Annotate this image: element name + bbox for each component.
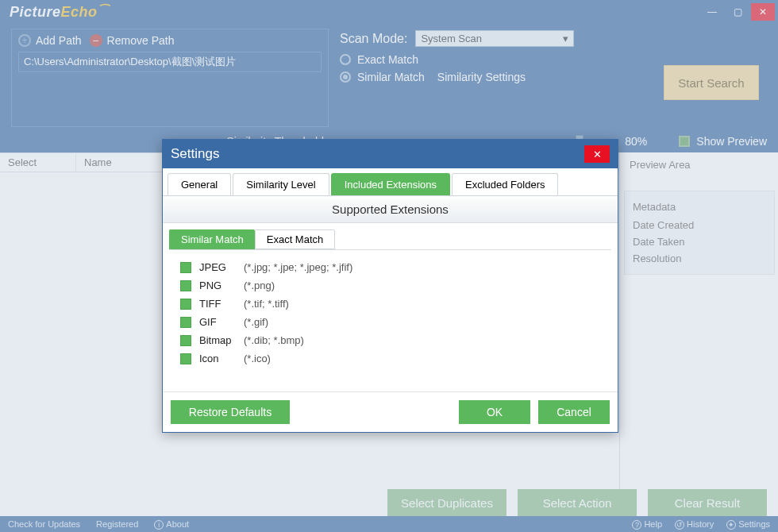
checkbox-icon xyxy=(180,317,191,328)
dialog-titlebar: Settings ✕ xyxy=(163,140,618,168)
wrench-icon: ✦ xyxy=(726,520,736,530)
checkbox-icon xyxy=(679,136,690,147)
add-path-label: Add Path xyxy=(36,34,82,47)
radio-icon xyxy=(340,54,351,65)
remove-path-button[interactable]: – Remove Path xyxy=(90,34,175,47)
meta-date-taken: Date Taken xyxy=(633,236,766,248)
exact-match-label: Exact Match xyxy=(357,53,418,66)
paths-box: + Add Path – Remove Path C:\Users\Admini… xyxy=(11,29,329,127)
tab-general[interactable]: General xyxy=(168,173,231,195)
maximize-button[interactable]: ▢ xyxy=(726,3,749,21)
extension-list: JPEG(*.jpg; *.jpe; *.jpeg; *.jfif) PNG(*… xyxy=(169,249,611,391)
logo-text-2: Echo xyxy=(61,4,98,20)
tab-included-extensions[interactable]: Included Extensions xyxy=(331,173,450,195)
path-input[interactable]: C:\Users\Administrator\Desktop\截图\测试图片 xyxy=(18,52,322,72)
window-close-button[interactable]: ✕ xyxy=(751,3,775,21)
threshold-value: 80% xyxy=(625,135,657,148)
scan-mode-label: Scan Mode: xyxy=(340,32,407,46)
remove-path-label: Remove Path xyxy=(107,34,175,47)
dialog-title: Settings xyxy=(171,146,219,162)
bottom-actions: Select Duplicates Select Action Clear Re… xyxy=(387,489,767,516)
dialog-footer: Restore Defaults OK Cancel xyxy=(163,391,618,432)
dialog-tabs: General Similarity Level Included Extens… xyxy=(163,168,618,196)
ext-jpeg[interactable]: JPEG(*.jpg; *.jpe; *.jpeg; *.jfif) xyxy=(180,258,600,276)
select-action-button[interactable]: Select Action xyxy=(518,489,637,516)
plus-icon: + xyxy=(18,34,31,47)
clock-icon: ↺ xyxy=(675,520,684,530)
subtab-exact-match[interactable]: Exact Match xyxy=(255,229,336,249)
chevron-down-icon: ▾ xyxy=(563,33,568,44)
minimize-button[interactable]: — xyxy=(700,3,724,21)
radio-selected-icon xyxy=(340,71,351,83)
clear-result-button[interactable]: Clear Result xyxy=(648,489,767,516)
subtab-similar-match[interactable]: Similar Match xyxy=(169,229,255,249)
metadata-title: Metadata xyxy=(633,201,766,213)
help-icon: ? xyxy=(632,520,641,530)
cancel-button[interactable]: Cancel xyxy=(538,400,610,424)
tab-excluded-folders[interactable]: Excluded Folders xyxy=(452,173,558,195)
logo-text-1: Picture xyxy=(10,4,61,20)
settings-dialog: Settings ✕ General Similarity Level Incl… xyxy=(162,139,618,433)
add-path-button[interactable]: + Add Path xyxy=(18,34,82,47)
subtabs: Similar Match Exact Match xyxy=(163,223,618,249)
ext-tiff[interactable]: TIFF(*.tif; *.tiff) xyxy=(180,295,600,313)
start-search-button[interactable]: Start Search xyxy=(664,65,759,100)
checkbox-icon xyxy=(180,299,191,310)
tab-similarity-level[interactable]: Similarity Level xyxy=(233,173,329,195)
meta-date-created: Date Created xyxy=(633,219,766,231)
restore-defaults-button[interactable]: Restore Defaults xyxy=(171,400,290,424)
about-link[interactable]: iAbout xyxy=(154,519,189,530)
status-bar: Check for Updates Registered iAbout ?Hel… xyxy=(0,516,778,532)
ext-icon[interactable]: Icon(*.ico) xyxy=(180,349,600,368)
supported-extensions-header: Supported Extensions xyxy=(163,196,618,223)
ext-bitmap[interactable]: Bitmap(*.dib; *.bmp) xyxy=(180,331,600,349)
metadata-panel: Metadata Date Created Date Taken Resolut… xyxy=(624,191,775,275)
dialog-close-button[interactable]: ✕ xyxy=(584,145,610,163)
check-updates-link[interactable]: Check for Updates xyxy=(8,519,80,529)
wifi-icon: ⁀ xyxy=(98,4,108,17)
path-list xyxy=(18,72,322,120)
top-panel: + Add Path – Remove Path C:\Users\Admini… xyxy=(0,24,778,135)
checkbox-icon xyxy=(180,280,191,291)
help-link[interactable]: ?Help xyxy=(632,519,662,530)
registered-label: Registered xyxy=(96,519,138,529)
similarity-settings-link[interactable]: Similarity Settings xyxy=(437,71,526,83)
ext-gif[interactable]: GIF(*.gif) xyxy=(180,313,600,331)
similar-match-label: Similar Match xyxy=(357,71,425,83)
preview-title: Preview Area xyxy=(630,159,768,171)
col-select[interactable]: Select xyxy=(0,153,76,172)
show-preview-label: Show Preview xyxy=(696,135,767,148)
checkbox-icon xyxy=(180,335,191,346)
title-bar: PictureEcho⁀ — ▢ ✕ xyxy=(0,0,778,24)
ext-png[interactable]: PNG(*.png) xyxy=(180,276,600,295)
show-preview-toggle[interactable]: Show Preview xyxy=(679,135,767,148)
scan-mode-value: System Scan xyxy=(421,33,482,44)
select-duplicates-button[interactable]: Select Duplicates xyxy=(387,489,506,516)
checkbox-icon xyxy=(180,353,191,364)
minus-icon: – xyxy=(90,34,102,47)
meta-resolution: Resolution xyxy=(633,253,766,264)
history-link[interactable]: ↺History xyxy=(675,519,714,530)
ok-button[interactable]: OK xyxy=(459,400,530,424)
exact-match-radio[interactable]: Exact Match xyxy=(340,53,767,66)
person-icon: i xyxy=(154,520,164,530)
scan-mode-combo[interactable]: System Scan ▾ xyxy=(415,30,574,47)
settings-link[interactable]: ✦Settings xyxy=(726,519,770,530)
app-logo: PictureEcho⁀ xyxy=(10,4,107,21)
checkbox-icon xyxy=(180,262,191,273)
